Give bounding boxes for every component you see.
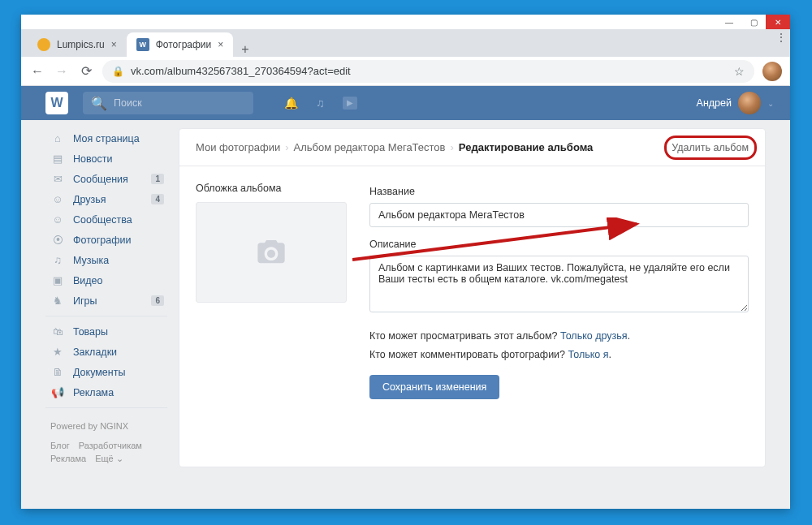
sidebar-item-label: Реклама <box>73 387 114 398</box>
search-input[interactable] <box>114 97 245 109</box>
url-input[interactable] <box>131 65 728 77</box>
search-icon: 🔍 <box>91 96 107 111</box>
cover-label: Обложка альбома <box>196 183 347 194</box>
sidebar-item-friends[interactable]: ☺Друзья4 <box>45 189 167 209</box>
powered-by: Powered by NGINX <box>50 421 167 431</box>
chevron-down-icon: ⌄ <box>767 99 774 108</box>
back-button[interactable]: ← <box>29 64 45 79</box>
privacy-comment-question: Кто может комментировать фотографии? <box>369 349 565 360</box>
footer-link-ads[interactable]: Реклама <box>50 454 86 463</box>
notifications-icon[interactable]: 🔔 <box>284 97 298 110</box>
badge: 4 <box>151 194 164 204</box>
sidebar-item-games[interactable]: ♞Игры6 <box>45 290 167 311</box>
favicon-icon: W <box>136 38 149 51</box>
sidebar-item-label: Игры <box>73 295 97 307</box>
separator <box>45 407 167 408</box>
tab-close-icon[interactable]: × <box>111 39 117 50</box>
browser-toolbar: ← → ⟳ 🔒 ☆ <box>21 57 790 86</box>
tab-close-icon[interactable]: × <box>218 39 223 50</box>
sidebar-item-music[interactable]: ♫Музыка <box>45 250 167 270</box>
camera-icon: ⦿ <box>50 234 65 246</box>
desc-label: Описание <box>369 239 749 250</box>
save-button[interactable]: Сохранить изменения <box>369 375 499 399</box>
vk-page: ⌂Моя страница ▤Новости ✉Сообщения1 ☺Друз… <box>21 120 790 467</box>
player-icon[interactable]: ▶ <box>343 97 357 110</box>
browser-menu-button[interactable]: ⋮ <box>775 31 787 44</box>
browser-window: — ▢ ✕ ⋮ Lumpics.ru × W Фотографии × + ← … <box>21 15 790 509</box>
breadcrumb-photos[interactable]: Мои фотографии <box>196 141 280 153</box>
sidebar-item-photos[interactable]: ⦿Фотографии <box>45 230 167 250</box>
news-icon: ▤ <box>50 153 65 165</box>
breadcrumb-album[interactable]: Альбом редактора МегаТестов <box>294 141 446 153</box>
ads-icon: 📢 <box>50 386 65 398</box>
separator <box>45 316 167 316</box>
privacy-view-question: Кто может просматривать этот альбом? <box>369 330 558 342</box>
browser-tabstrip: Lumpics.ru × W Фотографии × + <box>21 29 790 57</box>
main-panel: Мои фотографии › Альбом редактора МегаТе… <box>179 128 766 467</box>
sidebar-item-label: Документы <box>73 367 125 378</box>
badge: 6 <box>151 295 164 306</box>
tab-label: Фотографии <box>156 39 212 50</box>
vk-header: W 🔍 🔔 ♫ ▶ Андрей ⌄ <box>21 86 790 120</box>
games-icon: ♞ <box>50 295 65 307</box>
badge: 1 <box>151 174 164 184</box>
sidebar-item-video[interactable]: ▣Видео <box>45 270 167 290</box>
sidebar-item-communities[interactable]: ☺Сообщества <box>45 209 167 230</box>
forward-button[interactable]: → <box>54 64 70 79</box>
sidebar-item-ads[interactable]: 📢Реклама <box>45 382 167 402</box>
window-titlebar: — ▢ ✕ ⋮ <box>21 15 790 29</box>
sidebar-item-label: Новости <box>73 153 112 165</box>
sidebar: ⌂Моя страница ▤Новости ✉Сообщения1 ☺Друз… <box>45 128 167 467</box>
bookmark-star-icon[interactable]: ☆ <box>734 65 745 78</box>
profile-avatar[interactable] <box>762 62 782 81</box>
market-icon: 🛍 <box>50 325 65 338</box>
sidebar-item-documents[interactable]: 🗎Документы <box>45 362 167 382</box>
sidebar-item-label: Сообщения <box>73 174 128 185</box>
sidebar-item-news[interactable]: ▤Новости <box>45 148 167 169</box>
communities-icon: ☺ <box>50 213 65 226</box>
sidebar-footer: Powered by NGINX Блог Разработчикам Рекл… <box>45 421 167 467</box>
music-icon[interactable]: ♫ <box>316 97 325 110</box>
sidebar-item-bookmarks[interactable]: ★Закладки <box>45 342 167 362</box>
sidebar-item-label: Сообщества <box>73 214 132 226</box>
sidebar-item-my-page[interactable]: ⌂Моя страница <box>45 128 167 148</box>
form-column: Название Описание Кто может просматриват… <box>369 183 749 399</box>
cover-placeholder[interactable] <box>196 202 347 303</box>
sidebar-item-market[interactable]: 🛍Товары <box>45 321 167 342</box>
footer-link-dev[interactable]: Разработчикам <box>79 441 142 450</box>
reload-button[interactable]: ⟳ <box>78 63 94 79</box>
window-close-button[interactable]: ✕ <box>766 15 790 29</box>
desc-textarea[interactable] <box>369 256 749 312</box>
doc-icon: 🗎 <box>50 366 65 378</box>
vk-search[interactable]: 🔍 <box>83 92 253 114</box>
lock-icon: 🔒 <box>112 66 124 77</box>
minimize-button[interactable]: — <box>717 15 741 29</box>
privacy-block: Кто может просматривать этот альбом? Тол… <box>369 327 749 364</box>
star-icon: ★ <box>50 346 65 358</box>
footer-link-blog[interactable]: Блог <box>50 441 70 450</box>
user-name: Андрей <box>697 97 732 109</box>
tab-inactive[interactable]: Lumpics.ru × <box>28 32 127 57</box>
address-bar[interactable]: 🔒 ☆ <box>102 60 754 83</box>
video-icon: ▣ <box>50 274 65 286</box>
sidebar-item-messages[interactable]: ✉Сообщения1 <box>45 169 167 189</box>
friends-icon: ☺ <box>50 193 65 205</box>
maximize-button[interactable]: ▢ <box>741 15 766 29</box>
home-icon: ⌂ <box>50 132 65 144</box>
sidebar-item-label: Видео <box>73 275 103 286</box>
title-input[interactable] <box>369 203 749 227</box>
title-label: Название <box>369 186 749 197</box>
camera-icon <box>251 236 292 269</box>
privacy-comment-link[interactable]: Только я <box>568 349 609 360</box>
footer-link-more[interactable]: Ещё ⌄ <box>95 454 123 463</box>
messages-icon: ✉ <box>50 173 65 185</box>
privacy-view-link[interactable]: Только друзья <box>560 330 628 342</box>
page-content: W 🔍 🔔 ♫ ▶ Андрей ⌄ ⌂Моя страница ▤Новост… <box>21 86 790 509</box>
new-tab-button[interactable]: + <box>233 42 257 57</box>
vk-logo[interactable]: W <box>45 92 68 114</box>
breadcrumb-current: Редактирование альбома <box>459 141 594 153</box>
delete-album-button[interactable]: Удалить альбом <box>672 142 749 153</box>
user-menu[interactable]: Андрей ⌄ <box>697 92 774 114</box>
tab-label: Lumpics.ru <box>57 39 105 50</box>
tab-active[interactable]: W Фотографии × <box>127 32 234 57</box>
